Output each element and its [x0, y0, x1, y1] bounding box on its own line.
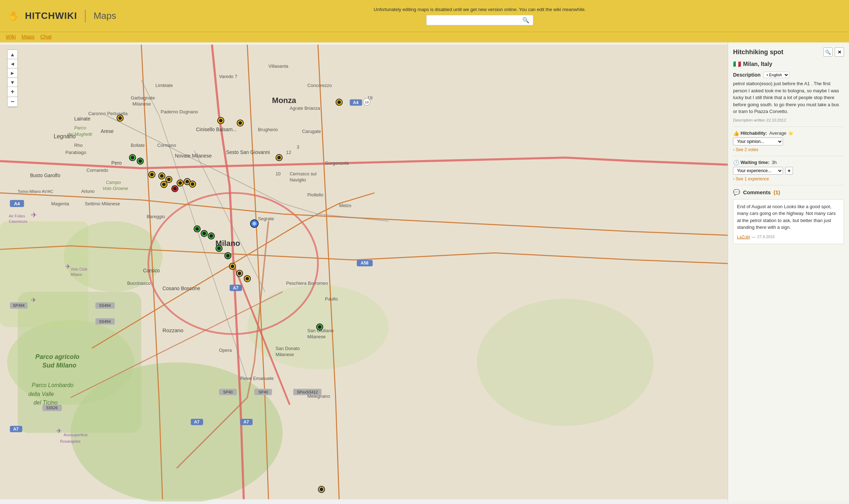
- zoom-out-button[interactable]: −: [7, 97, 17, 107]
- flag-icon: 🇮🇹: [733, 60, 741, 68]
- svg-text:SS494: SS494: [99, 319, 111, 324]
- svg-text:San Donato: San Donato: [275, 346, 300, 351]
- svg-point-123: [131, 156, 134, 159]
- svg-text:Campo: Campo: [106, 180, 121, 185]
- svg-text:12: 12: [286, 150, 291, 155]
- svg-text:Brugherio: Brugherio: [258, 127, 278, 132]
- svg-text:19: 19: [365, 100, 369, 104]
- close-sidebar-button[interactable]: ✕: [835, 47, 844, 57]
- experience-select[interactable]: Your experience...: [733, 167, 783, 175]
- divider-3: [733, 185, 844, 185]
- map-area[interactable]: Parco agricolo Sud Milano Parco Lombardo…: [0, 42, 728, 502]
- svg-text:Novate Milanese: Novate Milanese: [175, 153, 212, 159]
- opinion-select[interactable]: Your opinion...: [733, 138, 783, 145]
- pan-up-button[interactable]: ▲: [7, 50, 17, 59]
- svg-text:Aviosuperficie: Aviosuperficie: [63, 433, 88, 437]
- svg-text:Rosangeles: Rosangeles: [60, 439, 81, 443]
- comment-box: End of August at noon Looks like a good …: [733, 199, 844, 244]
- nav-maps[interactable]: Maps: [21, 34, 35, 40]
- hitchability-label: 👍 Hitchability: Average ⭐: [733, 130, 844, 136]
- main: Parco agricolo Sud Milano Parco Lombardo…: [0, 42, 849, 502]
- waiting-label: 🕐 Waiting time: 3h: [733, 160, 844, 165]
- svg-text:Carugate: Carugate: [302, 129, 321, 134]
- search-input[interactable]: [429, 17, 522, 23]
- svg-text:Pioltello: Pioltello: [307, 192, 324, 197]
- votes-link[interactable]: › See 2 votes: [733, 147, 758, 152]
- svg-point-135: [178, 181, 182, 185]
- svg-point-145: [195, 227, 199, 231]
- sidebar-title: Hitchhiking spot: [733, 48, 783, 56]
- svg-point-127: [150, 173, 154, 176]
- svg-text:A7: A7: [244, 420, 249, 425]
- svg-point-163: [318, 325, 321, 329]
- logo-area: ✋ HITCHWIKI Maps: [6, 8, 116, 24]
- svg-point-155: [253, 222, 256, 225]
- zoom-in-button[interactable]: +: [7, 87, 17, 97]
- map-svg: Parco agricolo Sud Milano Parco Lombardo…: [0, 42, 728, 502]
- svg-point-149: [209, 234, 213, 238]
- svg-text:della Valle: della Valle: [28, 391, 54, 397]
- svg-text:SP494: SP494: [13, 303, 25, 308]
- add-experience-button[interactable]: +: [785, 167, 793, 175]
- svg-point-117: [238, 121, 242, 125]
- logo-name: HITCHWIKI: [25, 10, 77, 21]
- svg-text:Bareggio: Bareggio: [147, 214, 165, 219]
- svg-point-141: [191, 182, 194, 186]
- header-center: Unfortunately editing maps is disabled u…: [116, 7, 843, 25]
- clock-icon: 🕐: [733, 160, 739, 165]
- thumb-icon: 👍: [733, 130, 739, 136]
- svg-point-161: [245, 277, 249, 281]
- svg-text:Monza: Monza: [272, 96, 297, 105]
- comments-header: 💬 Comments (1): [733, 189, 844, 196]
- logo-separator: [85, 10, 86, 22]
- svg-text:Milano: Milano: [71, 272, 82, 277]
- svg-text:Milanese: Milanese: [307, 334, 326, 339]
- svg-text:Limbiate: Limbiate: [156, 83, 173, 88]
- svg-text:A7: A7: [194, 420, 200, 425]
- description-date: Description written 22.10.2012: [733, 118, 844, 122]
- location-name: 🇮🇹 Milan, Italy: [733, 60, 844, 68]
- svg-text:Paderno Dugnano: Paderno Dugnano: [161, 109, 198, 114]
- location-text: Milan, Italy: [743, 61, 772, 67]
- pan-right-button[interactable]: ►: [7, 68, 17, 78]
- nav-wiki[interactable]: Wiki: [6, 34, 16, 40]
- svg-text:Melzo: Melzo: [339, 203, 351, 208]
- pan-left-button[interactable]: ◄: [7, 59, 17, 68]
- language-select[interactable]: • English: [763, 72, 789, 78]
- svg-text:SP40: SP40: [258, 390, 268, 394]
- svg-point-147: [202, 232, 206, 235]
- svg-text:Garbagnate: Garbagnate: [131, 95, 155, 101]
- search-bar[interactable]: 🔍: [426, 15, 533, 25]
- experience-link[interactable]: › See 1 experience: [733, 176, 769, 181]
- svg-text:✋: ✋: [8, 11, 19, 21]
- svg-text:✈: ✈: [56, 427, 62, 434]
- hitchability-value: Average: [769, 130, 786, 136]
- svg-text:A7: A7: [13, 427, 19, 432]
- comment-date: 27.9.2015: [757, 234, 775, 240]
- svg-text:Segrate: Segrate: [258, 216, 274, 221]
- divider-2: [733, 156, 844, 156]
- sidebar-panel: Hitchhiking spot 🔍 ✕ 🇮🇹 Milan, Italy Des…: [728, 42, 849, 502]
- zoom-to-spot-button[interactable]: 🔍: [823, 47, 833, 57]
- comment-bubble-icon: 💬: [733, 189, 740, 196]
- svg-text:Sud Milano: Sud Milano: [42, 362, 76, 369]
- comment-author[interactable]: LaZubi: [737, 234, 750, 240]
- svg-text:Parco Lombardo: Parco Lombardo: [32, 382, 73, 388]
- svg-text:✈: ✈: [31, 297, 36, 304]
- svg-point-139: [173, 187, 177, 190]
- svg-text:Sesto San Giovanni: Sesto San Giovanni: [226, 149, 270, 155]
- pan-down-button[interactable]: ▼: [7, 78, 17, 87]
- svg-text:Parco: Parco: [74, 125, 86, 130]
- svg-point-121: [337, 101, 341, 104]
- svg-point-7: [477, 299, 654, 426]
- divider-1: [733, 127, 844, 127]
- svg-point-159: [238, 272, 241, 275]
- svg-text:10: 10: [275, 171, 280, 176]
- svg-text:A7: A7: [233, 286, 239, 290]
- nav-chat[interactable]: Chat: [40, 34, 52, 40]
- svg-point-137: [185, 180, 189, 184]
- search-button[interactable]: 🔍: [522, 17, 529, 24]
- svg-text:Arese: Arese: [101, 128, 113, 134]
- svg-text:✈: ✈: [31, 211, 37, 219]
- svg-text:3: 3: [297, 144, 299, 150]
